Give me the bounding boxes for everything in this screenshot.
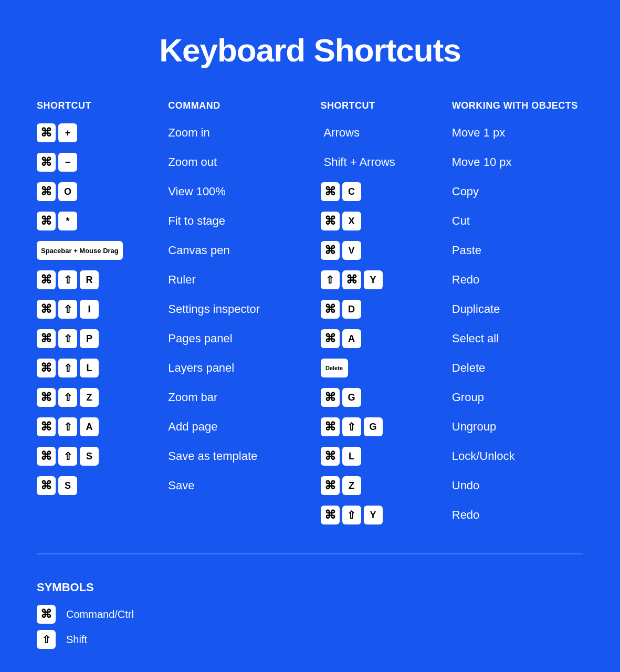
symbols-title: SYMBOLS [37,581,583,594]
left-col-header: SHORTCUT COMMAND [37,100,300,111]
key-combo: ⌘⇧I [37,300,168,319]
table-row: ⌘⇧SSave as template [37,444,300,468]
command-label: Select all [452,332,583,345]
key-combo: ⌘+ [37,123,168,142]
cmd-key: ⌘ [321,388,340,407]
letter-key: L [342,447,361,466]
symbol-label: Command/Ctrl [66,608,134,621]
letter-key: S [58,476,77,495]
command-label: Fit to stage [168,214,299,228]
table-row: ⌘GGroup [321,385,584,410]
key-combo: Shift + Arrows [321,153,452,172]
key-combo: ⌘⇧L [37,359,168,377]
symbol-label: Shift [66,634,87,646]
key-combo: Arrows [321,123,452,142]
left-header-command: COMMAND [168,100,299,111]
command-label: Redo [452,508,583,522]
command-label: Duplicate [452,302,583,316]
symbol-row: ⌘Command/Ctrl [37,605,583,624]
symbols-list: ⌘Command/Ctrl⇧Shift [37,605,583,649]
letter-key: L [80,359,99,377]
cmd-key: ⌘ [37,447,56,466]
table-row: ⌘OView 100% [37,180,300,204]
command-label: Zoom in [168,126,299,140]
left-header-shortcut: SHORTCUT [37,100,168,111]
table-row: ArrowsMove 1 px [321,121,584,145]
cmd-key: ⌘ [37,388,56,407]
letter-key: Z [80,388,99,407]
command-label: Paste [452,244,583,257]
command-label: Zoom out [168,155,299,169]
command-label: Delete [452,361,583,375]
right-shortcuts-list: ArrowsMove 1 pxShift + ArrowsMove 10 px⌘… [321,121,584,527]
table-row: ⌘ZUndo [321,474,584,498]
table-row: ⌘CCopy [321,180,584,204]
cmd-key: ⌘ [321,182,340,201]
cmd-key: ⌘ [321,417,340,436]
command-label: Move 1 px [452,126,583,140]
command-label: Add page [168,420,299,434]
key-combo: ⌘− [37,153,168,172]
divider [37,553,583,554]
cmd-key: ⌘ [321,300,340,319]
key-combo: ⌘⇧S [37,447,168,466]
key-combo: ⌘* [37,212,168,230]
table-row: DeleteDelete [321,356,584,380]
right-col-header: SHORTCUT WORKING WITH OBJECTS [321,100,584,111]
table-row: Spacebar + Mouse DragCanvas pen [37,238,300,262]
table-row: ⌘⇧LLayers panel [37,356,300,380]
command-label: Lock/Unlock [452,449,583,463]
left-shortcuts-list: ⌘+Zoom in⌘−Zoom out⌘OView 100%⌘*Fit to s… [37,121,300,498]
key-combo: ⌘⇧A [37,417,168,436]
shift-key: ⇧ [58,359,77,377]
key-combo: ⌘D [321,300,452,319]
shift-key: ⇧ [58,270,77,289]
command-label: View 100% [168,185,299,198]
page-title: Keyboard Shortcuts [37,32,583,69]
command-label: Undo [452,479,583,492]
letter-key: Y [364,270,383,289]
symbol-row: ⇧Shift [37,630,583,649]
delete-key: Delete [321,359,348,377]
cmd-key: ⌘ [37,476,56,495]
command-label: Copy [452,185,583,198]
key-combo: ⌘A [321,329,452,348]
key-combo: ⌘S [37,476,168,495]
letter-key: A [342,329,361,348]
command-label: Ruler [168,273,299,287]
table-row: ⌘LLock/Unlock [321,444,584,468]
cmd-key: ⌘ [37,212,56,230]
letter-key: Y [364,506,383,524]
table-row: ⌘⇧ZZoom bar [37,385,300,410]
cmd-key: ⌘ [321,447,340,466]
cmd-key: ⌘ [37,182,56,201]
table-row: Shift + ArrowsMove 10 px [321,150,584,174]
letter-key: G [342,388,361,407]
cmd-key: ⌘ [321,329,340,348]
key-combo: ⌘⇧G [321,417,452,436]
cmd-key: ⌘ [37,270,56,289]
shift-key: ⇧ [342,506,361,524]
letter-key: G [364,417,383,436]
letter-key: D [342,300,361,319]
cmd-key: ⌘ [321,241,340,260]
shift-key: ⇧ [321,270,340,289]
command-label: Cut [452,214,583,228]
letter-key: C [342,182,361,201]
key-combo: Spacebar + Mouse Drag [37,241,168,260]
letter-key: P [80,329,99,348]
table-row: ⌘⇧RRuler [37,268,300,292]
command-label: Save as template [168,449,299,463]
table-row: ⌘⇧ISettings inspector [37,297,300,321]
symbols-section: SYMBOLS ⌘Command/Ctrl⇧Shift [37,581,583,649]
key-combo: ⌘G [321,388,452,407]
table-row: ⌘⇧PPages panel [37,327,300,351]
shift-key: ⇧ [58,388,77,407]
command-label: Redo [452,273,583,287]
letter-key: − [58,153,77,172]
shift-key: ⇧ [37,630,56,649]
key-combo: ⌘X [321,212,452,230]
key-combo: ⌘V [321,241,452,260]
key-combo: ⌘⇧R [37,270,168,289]
letter-key: X [342,212,361,230]
